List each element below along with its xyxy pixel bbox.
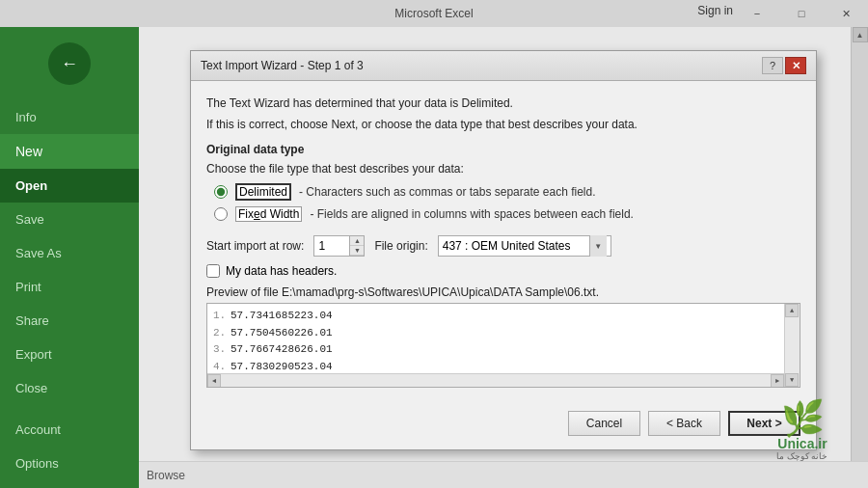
radio-delimited[interactable]: [214, 185, 228, 199]
sidebar-item-options[interactable]: Options: [0, 447, 139, 480]
radio-label-fixed-width[interactable]: Fixed Width: [235, 206, 302, 222]
spin-down-button[interactable]: ▼: [350, 246, 364, 256]
back-button[interactable]: < Back: [648, 411, 720, 436]
radio-desc-delimited: - Characters such as commas or tabs sepa…: [299, 185, 595, 199]
line-val-1: 57.7341685223.04: [231, 308, 333, 325]
app-title: Microsoft Excel: [394, 7, 473, 20]
close-window-button[interactable]: ✕: [824, 0, 868, 27]
line-num-2: 2.: [213, 325, 227, 342]
dialog-title-bar: Text Import Wizard - Step 1 of 3 ? ✕: [191, 51, 816, 81]
dialog-controls: ? ✕: [762, 57, 806, 74]
headers-checkbox-row: My data has headers.: [206, 264, 800, 278]
watermark-brand: Unica.ir: [777, 436, 827, 451]
radio-label-delimited[interactable]: Delimited: [235, 183, 291, 201]
sidebar-item-open[interactable]: Open: [0, 169, 139, 203]
sidebar-bottom: Account Options: [0, 413, 139, 488]
preview-scroll-up[interactable]: ▲: [785, 304, 799, 317]
content-area: ▲ ▼ Text Import Wizard - Step 1 of 3 ? ✕…: [139, 27, 868, 488]
headers-checkbox-label: My data has headers.: [226, 264, 337, 278]
sidebar-item-export[interactable]: Export: [0, 338, 139, 371]
text-import-wizard-dialog: Text Import Wizard - Step 1 of 3 ? ✕ The…: [190, 50, 817, 450]
dialog-help-button[interactable]: ?: [762, 57, 783, 74]
leaf-icon: 🌿: [781, 401, 825, 436]
line-val-3: 57.7667428626.01: [231, 341, 333, 359]
line-num-3: 3.: [213, 341, 227, 359]
back-button[interactable]: ←: [48, 42, 91, 85]
browse-label: Browse: [147, 469, 185, 482]
import-row: Start import at row: ▲ ▼ File origin: 43…: [206, 235, 800, 257]
dialog-body: The Text Wizard has determined that your…: [191, 81, 816, 401]
dialog-title: Text Import Wizard - Step 1 of 3: [201, 59, 364, 72]
preview-scroll-left[interactable]: ◄: [207, 374, 221, 388]
sign-in[interactable]: Sign in: [697, 4, 733, 17]
radio-group: Delimited - Characters such as commas or…: [214, 183, 800, 222]
description-line2: If this is correct, choose Next, or choo…: [206, 116, 800, 133]
choose-label: Choose the file type that best describes…: [206, 160, 800, 177]
description-line1: The Text Wizard has determined that your…: [206, 95, 800, 112]
cancel-button[interactable]: Cancel: [568, 411, 640, 436]
preview-vertical-scrollbar[interactable]: ▲ ▼: [784, 304, 800, 387]
start-import-input-wrap: ▲ ▼: [313, 235, 365, 257]
radio-fixed-width[interactable]: [214, 207, 228, 221]
maximize-button[interactable]: □: [779, 0, 824, 27]
sidebar: ← Info New Open Save Save As Print Share…: [0, 27, 139, 488]
sidebar-item-account[interactable]: Account: [0, 413, 139, 447]
line-val-2: 57.7504560226.01: [231, 325, 333, 342]
minimize-button[interactable]: −: [735, 0, 779, 27]
preview-scroll-track-v: [785, 317, 800, 373]
preview-line-2: 2. 57.7504560226.01: [213, 325, 794, 342]
preview-scroll-down[interactable]: ▼: [785, 373, 799, 387]
headers-checkbox[interactable]: [206, 264, 220, 278]
sidebar-item-save[interactable]: Save: [0, 203, 139, 236]
radio-row-delimited: Delimited - Characters such as commas or…: [214, 183, 800, 201]
sidebar-item-close[interactable]: Close: [0, 371, 139, 405]
start-import-label: Start import at row:: [206, 239, 304, 253]
start-import-input[interactable]: [314, 236, 349, 256]
preview-line-3: 3. 57.7667428626.01: [213, 341, 794, 359]
sidebar-item-print[interactable]: Print: [0, 270, 139, 304]
select-arrow-icon: ▼: [589, 235, 607, 257]
watermark-sub-text: خانه کوچک ما: [776, 451, 827, 461]
original-data-type-label: Original data type: [206, 143, 800, 156]
browse-bar: Browse: [139, 461, 868, 488]
watermark: 🌿 Unica.ir خانه کوچک ما: [754, 401, 851, 459]
main-layout: ← Info New Open Save Save As Print Share…: [0, 27, 868, 488]
file-origin-select[interactable]: 437 : OEM United States ▼: [438, 235, 611, 257]
dialog-footer: Cancel < Back Next >: [191, 401, 816, 449]
sidebar-item-share[interactable]: Share: [0, 304, 139, 338]
preview-scroll-right[interactable]: ►: [771, 374, 784, 388]
preview-horizontal-scrollbar[interactable]: ◄ ►: [207, 373, 784, 387]
preview-box: 1. 57.7341685223.04 2. 57.7504560226.01 …: [206, 303, 800, 388]
spin-buttons: ▲ ▼: [349, 236, 364, 256]
file-origin-label: File origin:: [374, 239, 427, 253]
window-controls: − □ ✕: [735, 0, 868, 27]
sidebar-item-info[interactable]: Info: [0, 100, 139, 134]
file-origin-value: 437 : OEM United States: [443, 239, 571, 253]
preview-label: Preview of file E:\mamad\prg-s\Softwares…: [206, 285, 800, 299]
spin-up-button[interactable]: ▲: [350, 236, 364, 246]
sidebar-item-new[interactable]: New: [0, 134, 139, 169]
back-arrow-icon: ←: [61, 54, 78, 74]
title-bar: Microsoft Excel Sign in − □ ✕: [0, 0, 868, 27]
preview-line-1: 1. 57.7341685223.04: [213, 308, 794, 325]
sidebar-item-save-as[interactable]: Save As: [0, 236, 139, 270]
line-num-1: 1.: [213, 308, 227, 325]
radio-row-fixed-width: Fixed Width - Fields are aligned in colu…: [214, 206, 800, 222]
radio-desc-fixed-width: - Fields are aligned in columns with spa…: [310, 207, 634, 221]
dialog-close-button[interactable]: ✕: [785, 57, 806, 74]
